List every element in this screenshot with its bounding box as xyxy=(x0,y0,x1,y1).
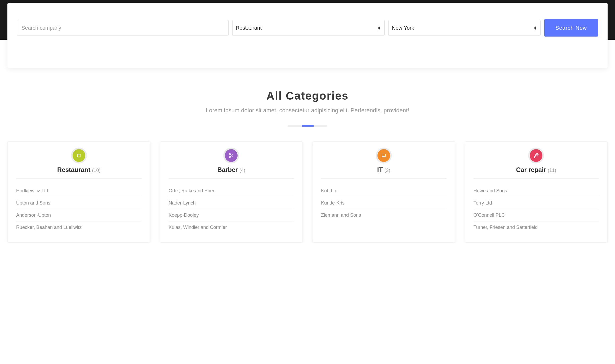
category-icon-wrap xyxy=(321,149,447,162)
wrench-icon xyxy=(530,149,542,162)
search-now-button[interactable]: Search Now xyxy=(544,19,598,37)
location-select-wrap: New York ▲▼ xyxy=(388,20,541,36)
category-title-row: Car repair(11) xyxy=(474,166,599,179)
list-item[interactable]: Terry Ltd xyxy=(474,197,599,209)
list-item[interactable]: Upton and Sons xyxy=(16,197,142,209)
category-icon-wrap xyxy=(474,149,599,162)
category-count: (3) xyxy=(384,168,390,173)
list-item[interactable]: Howe and Sons xyxy=(474,185,599,197)
list-item[interactable]: Nader-Lynch xyxy=(169,197,294,209)
list-item[interactable]: O'Connell PLC xyxy=(474,209,599,221)
category-grid: Restaurant(10)Hodkiewicz LtdUpton and So… xyxy=(7,141,608,243)
laptop-icon xyxy=(377,149,390,162)
list-item[interactable]: Kub Ltd xyxy=(321,185,447,197)
svg-line-4 xyxy=(232,156,233,157)
list-item[interactable]: Turner, Friesen and Satterfield xyxy=(474,221,599,233)
category-title: Barber xyxy=(217,166,238,174)
category-title: Car repair xyxy=(516,166,546,174)
category-title: Restaurant xyxy=(57,166,90,174)
list-item[interactable]: Kulas, Windler and Cormier xyxy=(169,221,294,233)
category-list: Hodkiewicz LtdUpton and SonsAnderson-Upt… xyxy=(16,185,142,233)
category-card[interactable]: Barber(4)Ortiz, Ratke and EbertNader-Lyn… xyxy=(160,141,303,243)
search-company-input[interactable] xyxy=(17,20,229,36)
category-select-wrap: Restaurant ▲▼ xyxy=(232,20,385,36)
category-list: Kub LtdKunde-KrisZiemann and Sons xyxy=(321,185,447,221)
svg-rect-6 xyxy=(382,154,385,156)
category-count: (10) xyxy=(92,168,100,173)
category-card[interactable]: IT(3)Kub LtdKunde-KrisZiemann and Sons xyxy=(312,141,455,243)
list-item[interactable]: Ruecker, Beahan and Lueilwitz xyxy=(16,221,142,233)
category-card[interactable]: Car repair(11)Howe and SonsTerry LtdO'Co… xyxy=(465,141,608,243)
square-icon xyxy=(73,149,85,162)
category-count: (11) xyxy=(548,168,556,173)
section-subtitle: Lorem ipsum dolor sit amet, consectetur … xyxy=(0,107,615,114)
svg-rect-0 xyxy=(78,154,80,157)
divider xyxy=(288,125,327,127)
category-title-row: Barber(4) xyxy=(169,166,294,179)
list-item[interactable]: Koepp-Dooley xyxy=(169,209,294,221)
category-title: IT xyxy=(377,166,383,174)
category-select[interactable]: Restaurant xyxy=(232,20,385,36)
category-list: Howe and SonsTerry LtdO'Connell PLCTurne… xyxy=(474,185,599,233)
scissors-icon xyxy=(225,149,238,162)
category-icon-wrap xyxy=(16,149,142,162)
search-panel: Restaurant ▲▼ New York ▲▼ Search Now xyxy=(7,3,608,68)
list-item[interactable]: Kunde-Kris xyxy=(321,197,447,209)
section-title: All Categories xyxy=(0,90,615,102)
search-row: Restaurant ▲▼ New York ▲▼ Search Now xyxy=(17,19,598,37)
section-heading: All Categories Lorem ipsum dolor sit ame… xyxy=(0,90,615,127)
category-card[interactable]: Restaurant(10)Hodkiewicz LtdUpton and So… xyxy=(7,141,150,243)
category-list: Ortiz, Ratke and EbertNader-LynchKoepp-D… xyxy=(169,185,294,233)
category-icon-wrap xyxy=(169,149,294,162)
category-count: (4) xyxy=(239,168,245,173)
divider-accent xyxy=(302,125,314,127)
category-title-row: IT(3) xyxy=(321,166,447,179)
svg-line-5 xyxy=(230,155,231,156)
svg-point-1 xyxy=(229,154,231,155)
category-title-row: Restaurant(10) xyxy=(16,166,142,179)
list-item[interactable]: Hodkiewicz Ltd xyxy=(16,185,142,197)
list-item[interactable]: Ortiz, Ratke and Ebert xyxy=(169,185,294,197)
location-select[interactable]: New York xyxy=(388,20,541,36)
list-item[interactable]: Anderson-Upton xyxy=(16,209,142,221)
svg-point-2 xyxy=(229,156,231,158)
list-item[interactable]: Ziemann and Sons xyxy=(321,209,447,221)
